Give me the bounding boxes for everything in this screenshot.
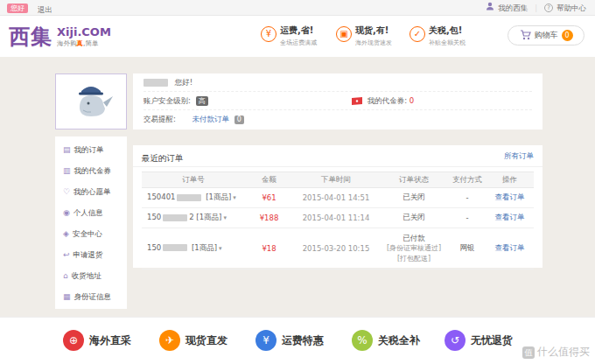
- view-order-link[interactable]: 查看订单: [495, 243, 525, 252]
- heart-icon: ♡: [63, 187, 70, 196]
- smzdm-logo-icon: 值: [522, 346, 535, 359]
- ticket-icon: [352, 97, 362, 105]
- sidebar-item-wishlist[interactable]: ♡我的心愿单: [55, 181, 127, 202]
- col-status: 订单状态: [379, 172, 449, 188]
- sidebar-item-security[interactable]: ◈安全中心: [55, 223, 127, 244]
- recent-orders-panel: 最近的订单 所有订单 订单号 金额 下单时间 订单状态 支付方式 操作 1504…: [133, 145, 542, 268]
- promo-subtitle: 全场运费满减: [280, 38, 317, 47]
- sidebar-item-vouchers[interactable]: ▥我的代金券: [55, 160, 127, 181]
- id-card-icon: ▦: [63, 292, 71, 301]
- shield-icon: ◈: [63, 229, 69, 238]
- footer: ⊕ 海外直采 ✈ 现货直发 ¥ 运费特惠 % 关税全补 ↺ 无忧退货: [0, 317, 595, 364]
- cart-count-badge: 0: [562, 30, 573, 41]
- feature-easy-returns[interactable]: ↺ 无忧退货: [444, 330, 513, 351]
- orders-table-header: 订单号 金额 下单时间 订单状态 支付方式 操作: [142, 172, 534, 188]
- check-icon: ✓: [410, 26, 425, 42]
- reminder-label: 交易提醒:: [144, 115, 176, 123]
- cart-button[interactable]: 购物车 0: [508, 25, 584, 46]
- unpaid-orders-link[interactable]: 未付款订单: [192, 115, 230, 123]
- col-amount: 金额: [245, 172, 293, 188]
- view-order-link[interactable]: 查看订单: [495, 213, 525, 221]
- account-security-row: 账户安全级别: 高 我的代金券: 0: [144, 92, 532, 110]
- smzdm-watermark: 值 什么值得买: [522, 345, 590, 360]
- my-xiji-link[interactable]: 我的西集: [498, 0, 528, 16]
- top-bar: 您好 退出 我的西集 | ? 帮助中心: [0, 0, 595, 16]
- box-icon: ▣: [336, 26, 352, 42]
- promo-tariff[interactable]: ✓ 关税,包! 补贴全额关税: [410, 24, 466, 47]
- voucher-count: 0: [410, 96, 414, 105]
- order-items-dropdown[interactable]: [1商品]: [196, 213, 221, 221]
- promo-title: 运费,省!: [280, 24, 317, 37]
- cart-label: 购物车: [535, 30, 558, 41]
- account-greeting-row: 您好!: [144, 74, 532, 92]
- security-level-label: 账户安全级别:: [144, 96, 191, 105]
- unpaid-count-badge: 0: [234, 116, 244, 124]
- help-icon: ?: [544, 4, 553, 12]
- feature-tariff-subsidy[interactable]: % 关税全补: [352, 330, 420, 351]
- order-status: 已关闭: [379, 188, 449, 208]
- chevron-down-icon[interactable]: ▾: [223, 214, 227, 221]
- promo-title: 关税,包!: [429, 24, 466, 37]
- account-reminder-row: 交易提醒: 未付款订单 0: [144, 110, 532, 129]
- cart-icon: [520, 27, 531, 44]
- orders-title: 最近的订单: [142, 153, 184, 163]
- order-number-cell[interactable]: 150 [1商品]▾: [142, 228, 245, 270]
- rhino-mascot-image: [64, 80, 118, 123]
- col-action: 操作: [486, 172, 534, 188]
- orders-panel-header: 最近的订单 所有订单: [133, 145, 542, 167]
- order-payment: -: [449, 208, 486, 228]
- sidebar-item-address[interactable]: ⌂收货地址: [55, 265, 127, 286]
- person-icon: [486, 0, 494, 16]
- order-time: 2015-04-01 14:51: [293, 188, 379, 208]
- main-header: 西集 Xiji.COM 海外购真,简单 ¥ 运费,省! 全场运费满减 ▣ 现货,…: [0, 17, 595, 57]
- home-icon: ⌂: [63, 271, 68, 280]
- greeting-text: 您好!: [175, 78, 192, 87]
- censored-text: [177, 194, 201, 201]
- logo-cn-text: 西集: [9, 23, 52, 51]
- order-items-dropdown[interactable]: [1商品]: [192, 243, 217, 252]
- promo-subtitle: 补贴全额关税: [429, 38, 466, 47]
- logo-tagline: 海外购真,简单: [57, 39, 111, 48]
- order-number-cell[interactable]: 1502 [1商品]▾: [142, 208, 245, 228]
- order-number-cell[interactable]: 150401 [1商品]▾: [142, 188, 245, 208]
- voucher-summary[interactable]: 我的代金券: 0: [352, 92, 414, 110]
- feature-overseas-direct[interactable]: ⊕ 海外直采: [63, 330, 131, 351]
- chevron-down-icon[interactable]: ▾: [219, 245, 222, 252]
- chevron-down-icon[interactable]: ▾: [233, 194, 236, 201]
- promo-shipping[interactable]: ¥ 运费,省! 全场运费满减: [261, 24, 317, 47]
- order-status: 已关闭: [379, 208, 449, 228]
- table-row: 150 [1商品]▾ ¥18 2015-03-20 10:15 已付款 [身份证…: [142, 228, 534, 270]
- feature-stock-ship[interactable]: ✈ 现货直发: [159, 330, 228, 351]
- voucher-icon: ▥: [63, 166, 71, 175]
- account-summary-panel: 您好! 账户安全级别: 高 我的代金券: 0 交易提醒: 未付款订单 0: [133, 74, 542, 130]
- plane-icon: ✈: [159, 330, 180, 351]
- view-order-link[interactable]: 查看订单: [495, 192, 525, 201]
- help-center-link[interactable]: 帮助中心: [556, 0, 586, 16]
- yuan-icon: ¥: [256, 330, 276, 351]
- sidebar-item-profile[interactable]: ◉个人信息: [55, 202, 127, 223]
- order-amount: ¥18: [245, 228, 293, 270]
- order-items-dropdown[interactable]: [1商品]: [206, 192, 231, 201]
- sidebar-item-id-info[interactable]: ▦身份证信息: [55, 286, 127, 307]
- topbar-right: 我的西集 | ? 帮助中心: [486, 0, 586, 16]
- sidebar-item-returns[interactable]: ↩申请退货: [55, 244, 127, 265]
- table-row: 1502 [1商品]▾ ¥188 2015-04-01 11:14 已关闭 - …: [142, 208, 534, 228]
- globe-icon: ⊕: [63, 330, 84, 351]
- topbar-left: 您好 退出: [7, 0, 52, 16]
- logout-link[interactable]: 退出: [38, 5, 52, 14]
- order-payment: -: [449, 188, 486, 208]
- return-icon: ↺: [444, 330, 466, 351]
- promo-stock[interactable]: ▣ 现货,有! 海外现货速发: [336, 24, 392, 47]
- censored-text: [163, 244, 187, 251]
- feature-shipping-deal[interactable]: ¥ 运费特惠: [256, 330, 324, 351]
- sidebar-item-orders[interactable]: ▤我的订单: [55, 139, 127, 160]
- censored-username: [144, 79, 168, 87]
- site-logo[interactable]: 西集 Xiji.COM 海外购真,简单: [9, 23, 111, 51]
- logo-en-text: Xiji.COM: [57, 25, 111, 38]
- all-orders-link[interactable]: 所有订单: [504, 145, 534, 167]
- promo-title: 现货,有!: [355, 24, 392, 37]
- watermark-text: 什么值得买: [537, 345, 590, 360]
- sidebar: ▤我的订单 ▥我的代金券 ♡我的心愿单 ◉个人信息 ◈安全中心 ↩申请退货 ⌂收…: [55, 136, 127, 309]
- coin-icon: ¥: [261, 26, 276, 42]
- page: 您好 退出 我的西集 | ? 帮助中心 西集 Xiji.COM 海外购真,简单 …: [0, 0, 595, 364]
